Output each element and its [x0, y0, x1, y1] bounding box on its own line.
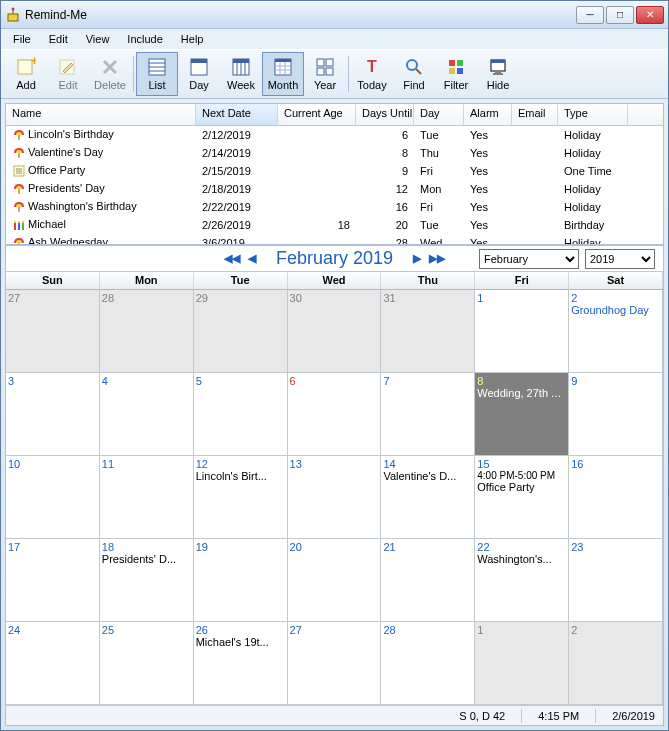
note-icon	[12, 164, 26, 178]
column-email[interactable]: Email	[512, 104, 558, 125]
month-button[interactable]: Month	[262, 52, 304, 96]
list-row[interactable]: Valentine's Day2/14/20198ThuYesHoliday	[6, 144, 663, 162]
calendar-cell[interactable]: 1	[475, 290, 569, 373]
calendar-cell[interactable]: 26Michael's 19t...	[194, 622, 288, 705]
column-day[interactable]: Day	[414, 104, 464, 125]
calendar-cell[interactable]: 28	[381, 622, 475, 705]
calendar-cell[interactable]: 11	[100, 456, 194, 539]
list-button[interactable]: List	[136, 52, 178, 96]
list-row[interactable]: Lincoln's Birthday2/12/20196TueYesHolida…	[6, 126, 663, 144]
calendar-cell[interactable]: 10	[6, 456, 100, 539]
column-days-until[interactable]: Days Until	[356, 104, 414, 125]
add-button[interactable]: +Add	[5, 52, 47, 96]
calendar-cell[interactable]: 24	[6, 622, 100, 705]
list-row[interactable]: Washington's Birthday2/22/201916FriYesHo…	[6, 198, 663, 216]
column-current-age[interactable]: Current Age	[278, 104, 356, 125]
list-row[interactable]: Office Party2/15/20199FriYesOne Time	[6, 162, 663, 180]
list-header: NameNext DateCurrent AgeDays UntilDayAla…	[6, 104, 663, 126]
column-next-date[interactable]: Next Date	[196, 104, 278, 125]
find-button[interactable]: Find	[393, 52, 435, 96]
column-type[interactable]: Type	[558, 104, 628, 125]
calendar-cell[interactable]: 19	[194, 539, 288, 622]
calendar-cell[interactable]: 30	[288, 290, 382, 373]
month-select[interactable]: February	[479, 249, 579, 269]
calendar-cell[interactable]: 28	[100, 290, 194, 373]
svg-rect-22	[317, 59, 324, 66]
year-button[interactable]: Year	[304, 52, 346, 96]
calendar-cell[interactable]: 21	[381, 539, 475, 622]
minimize-button[interactable]: ─	[576, 6, 604, 24]
calendar-cell[interactable]: 2Groundhog Day	[569, 290, 663, 373]
hide-button[interactable]: Hide	[477, 52, 519, 96]
calendar-cell[interactable]: 9	[569, 373, 663, 456]
calendar-cell[interactable]: 2	[569, 622, 663, 705]
menu-edit[interactable]: Edit	[41, 31, 76, 47]
list-row[interactable]: Ash Wednesday3/6/201928WedYesHoliday	[6, 234, 663, 244]
calendar-cell[interactable]: 27	[6, 290, 100, 373]
calendar-cell[interactable]: 17	[6, 539, 100, 622]
calendar-cell[interactable]: 27	[288, 622, 382, 705]
menu-view[interactable]: View	[78, 31, 118, 47]
calendar-cell[interactable]: 31	[381, 290, 475, 373]
calendar-event[interactable]: Groundhog Day	[571, 304, 660, 316]
content-area: NameNext DateCurrent AgeDays UntilDayAla…	[5, 103, 664, 726]
calendar-cell[interactable]: 16	[569, 456, 663, 539]
day-header-sat: Sat	[569, 272, 663, 289]
calendar-cell[interactable]: 13	[288, 456, 382, 539]
calendar-event[interactable]: Valentine's D...	[383, 470, 472, 482]
calendar-cell[interactable]: 1	[475, 622, 569, 705]
week-button[interactable]: Week	[220, 52, 262, 96]
umbrella-icon	[12, 182, 26, 196]
filter-button[interactable]: Filter	[435, 52, 477, 96]
day-button[interactable]: Day	[178, 52, 220, 96]
calendar-cell[interactable]: 20	[288, 539, 382, 622]
svg-rect-25	[326, 68, 333, 75]
calendar-cell[interactable]: 6	[288, 373, 382, 456]
menu-help[interactable]: Help	[173, 31, 212, 47]
calendar-cell[interactable]: 12Lincoln's Birt...	[194, 456, 288, 539]
calendar-event[interactable]: Wedding, 27th Anniversary	[477, 387, 566, 399]
calendar-cell[interactable]: 18Presidents' D...	[100, 539, 194, 622]
prev-month-button[interactable]: ◀	[248, 252, 256, 265]
list-row[interactable]: Michael2/26/20191820TueYesBirthday	[6, 216, 663, 234]
calendar-event[interactable]: Washington's...	[477, 553, 566, 565]
svg-point-27	[407, 60, 417, 70]
today-button[interactable]: TToday	[351, 52, 393, 96]
day-header-sun: Sun	[6, 272, 100, 289]
titlebar[interactable]: Remind-Me ─ □ ✕	[1, 1, 668, 29]
calendar-cell[interactable]: 25	[100, 622, 194, 705]
next-year-button[interactable]: ▶▶	[429, 252, 445, 265]
calendar-cell[interactable]: 14Valentine's D...	[381, 456, 475, 539]
svg-point-1	[12, 7, 15, 10]
calendar-event[interactable]: Lincoln's Birt...	[196, 470, 285, 482]
calendar-cell[interactable]: 5	[194, 373, 288, 456]
list-body[interactable]: Lincoln's Birthday2/12/20196TueYesHolida…	[6, 126, 663, 244]
calendar-cell[interactable]: 22Washington's...	[475, 539, 569, 622]
calendar-event[interactable]: Michael's 19t...	[196, 636, 285, 648]
year-select[interactable]: 2019	[585, 249, 655, 269]
year-icon	[315, 57, 335, 77]
calendar-cell[interactable]: 3	[6, 373, 100, 456]
calendar-cell[interactable]: 154:00 PM-5:00 PMOffice Party	[475, 456, 569, 539]
edit-button: Edit	[47, 52, 89, 96]
column-alarm[interactable]: Alarm	[464, 104, 512, 125]
next-month-button[interactable]: ▶	[413, 252, 421, 265]
maximize-button[interactable]: □	[606, 6, 634, 24]
prev-year-button[interactable]: ◀◀	[224, 252, 240, 265]
list-row[interactable]: Presidents' Day2/18/201912MonYesHoliday	[6, 180, 663, 198]
calendar-event[interactable]: 4:00 PM-5:00 PM	[477, 470, 566, 481]
svg-rect-24	[317, 68, 324, 75]
calendar-event[interactable]: Office Party	[477, 481, 566, 493]
calendar-cell[interactable]: 29	[194, 290, 288, 373]
calendar-cell[interactable]: 8Wedding, 27th Anniversary	[475, 373, 569, 456]
menu-file[interactable]: File	[5, 31, 39, 47]
calendar-cell[interactable]: 23	[569, 539, 663, 622]
column-name[interactable]: Name	[6, 104, 196, 125]
day-header-wed: Wed	[288, 272, 382, 289]
menu-include[interactable]: Include	[119, 31, 170, 47]
calendar-cell[interactable]: 7	[381, 373, 475, 456]
close-button[interactable]: ✕	[636, 6, 664, 24]
calendar-event[interactable]: Presidents' D...	[102, 553, 191, 565]
calendar-cell[interactable]: 4	[100, 373, 194, 456]
month-icon	[273, 57, 293, 77]
